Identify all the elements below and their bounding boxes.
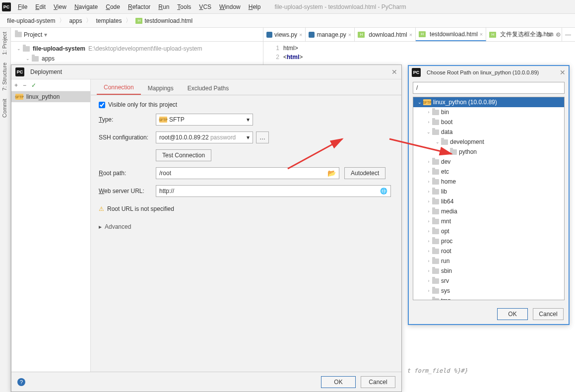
folder-icon — [23, 46, 30, 52]
server-list-panel: + − ✓ SFTP linux_python — [11, 79, 91, 372]
type-label: Type: — [99, 116, 156, 123]
tree-item[interactable]: ›media — [413, 206, 564, 216]
dropdown-icon: ▾ — [247, 116, 250, 123]
tree-item[interactable]: ›root — [413, 246, 564, 256]
tree-item[interactable]: ›dev — [413, 157, 564, 167]
window-title: file-upload-system - testdownload.html -… — [274, 3, 406, 10]
breadcrumb-item[interactable]: Htestdownload.html — [132, 16, 195, 25]
breadcrumb-item[interactable]: apps — [66, 16, 85, 25]
menu-tools[interactable]: Tools — [173, 1, 195, 12]
ok-button[interactable]: OK — [497, 308, 528, 320]
close-icon[interactable]: × — [348, 32, 351, 38]
tree-item[interactable]: ›proc — [413, 236, 564, 246]
tree-item[interactable]: ›bin — [413, 107, 564, 117]
close-icon[interactable]: × — [299, 32, 302, 38]
menu-refactor[interactable]: Refactor — [124, 1, 154, 12]
tree-item[interactable]: ⌄development — [413, 137, 564, 147]
expand-icon[interactable]: ⌄ — [26, 56, 32, 61]
warning-text: Root URL is not specified — [107, 205, 174, 212]
globe-icon[interactable]: 🌐 — [380, 188, 387, 195]
server-name: linux_python — [26, 93, 60, 100]
tool-structure[interactable]: 7: Structure — [0, 59, 9, 95]
ok-button[interactable]: OK — [321, 376, 356, 388]
dialog-title: Choose Root Path on linux_python (10.0.0… — [427, 69, 539, 75]
close-icon[interactable]: × — [409, 32, 412, 38]
advanced-section[interactable]: ▸ Advanced — [99, 220, 393, 233]
tree-item[interactable]: ›lib — [413, 187, 564, 196]
remote-tree[interactable]: ⌄SFTPlinux_python (10.0.0.89)›bin›boot⌄d… — [413, 97, 565, 300]
tree-item[interactable]: python — [413, 147, 564, 157]
tree-item[interactable]: ›etc — [413, 167, 564, 177]
tab-excluded[interactable]: Excluded Paths — [181, 82, 236, 95]
help-icon[interactable]: ? — [17, 378, 25, 386]
tool-commit[interactable]: Commit — [0, 95, 9, 122]
warning-icon: ⚠ — [99, 205, 104, 212]
close-icon[interactable]: × — [556, 32, 559, 38]
tree-item[interactable]: ›lib64 — [413, 196, 564, 206]
menu-items: FileEditViewNavigateCodeRefactorRunTools… — [14, 1, 264, 12]
editor-tab[interactable]: H文件复选框全选.htm× — [486, 28, 562, 41]
project-root[interactable]: file-upload-system — [33, 45, 85, 52]
ssh-config-select[interactable]: root@10.0.0.89:22 password ▾ — [156, 131, 253, 143]
breadcrumb-item[interactable]: templates — [93, 16, 125, 25]
tool-project[interactable]: 1: Project — [0, 28, 9, 59]
type-select[interactable]: SFTPSFTP ▾ — [156, 114, 253, 126]
tree-root[interactable]: ⌄SFTPlinux_python (10.0.0.89) — [413, 97, 564, 107]
tree-item[interactable]: ›tmp — [413, 296, 564, 300]
code-area[interactable]: 12 html><html> — [263, 42, 575, 64]
visible-only-checkbox[interactable] — [99, 102, 105, 108]
remove-icon[interactable]: − — [23, 82, 26, 89]
editor-tab[interactable]: manage.py× — [306, 28, 355, 41]
tree-item[interactable]: ›home — [413, 177, 564, 187]
menu-run[interactable]: Run — [154, 1, 173, 12]
expand-icon[interactable]: ⌄ — [17, 46, 23, 51]
menu-bar: PC FileEditViewNavigateCodeRefactorRunTo… — [0, 0, 575, 14]
menu-window[interactable]: Window — [215, 1, 245, 12]
visible-only-label: Visible only for this project — [108, 101, 177, 108]
menu-file[interactable]: File — [14, 1, 31, 12]
choose-root-dialog: PC Choose Root Path on linux_python (10.… — [408, 65, 570, 325]
menu-view[interactable]: View — [50, 1, 70, 12]
add-icon[interactable]: + — [14, 82, 18, 89]
breadcrumb-item[interactable]: file-upload-system — [4, 16, 58, 25]
tree-item[interactable]: ›run — [413, 256, 564, 266]
tab-connection[interactable]: Connection — [97, 81, 141, 95]
dropdown-icon[interactable]: ▾ — [44, 31, 47, 38]
deployment-dialog: PC Deployment ✕ + − ✓ SFTP linux_python … — [11, 65, 402, 392]
cancel-button[interactable]: Cancel — [533, 308, 564, 320]
check-icon[interactable]: ✓ — [31, 82, 36, 89]
tree-item[interactable]: ›opt — [413, 226, 564, 236]
web-url-label: Web server URL: — [99, 188, 156, 195]
tree-item[interactable]: apps — [42, 55, 55, 62]
web-url-input[interactable]: http:// 🌐 — [156, 185, 391, 197]
server-item[interactable]: SFTP linux_python — [11, 91, 90, 102]
menu-edit[interactable]: Edit — [31, 1, 50, 12]
close-icon[interactable]: × — [480, 31, 483, 37]
code-snippet: t form_field %}#} — [407, 367, 468, 374]
close-icon[interactable]: ✕ — [391, 68, 397, 76]
close-icon[interactable]: ✕ — [560, 68, 566, 76]
project-label[interactable]: Project — [24, 31, 42, 38]
project-root-path: E:\desktop\development\file-upload-syste… — [88, 45, 202, 52]
tree-item[interactable]: ›mnt — [413, 216, 564, 226]
autodetect-button[interactable]: Autodetect — [344, 167, 385, 179]
menu-vcs[interactable]: VCS — [195, 1, 215, 12]
editor-tab[interactable]: views.py× — [263, 28, 306, 41]
tree-item[interactable]: ›srv — [413, 276, 564, 286]
cancel-button[interactable]: Cancel — [361, 376, 395, 388]
editor-tab[interactable]: Htestdownload.html× — [416, 28, 486, 41]
menu-help[interactable]: Help — [245, 1, 265, 12]
tree-item[interactable]: ›sbin — [413, 266, 564, 276]
editor-tab[interactable]: Hdownload.html× — [355, 28, 416, 41]
menu-navigate[interactable]: Navigate — [70, 1, 102, 12]
menu-code[interactable]: Code — [102, 1, 124, 12]
folder-open-icon[interactable]: 📂 — [327, 169, 336, 177]
tab-mappings[interactable]: Mappings — [141, 82, 181, 95]
tree-item[interactable]: ›sys — [413, 286, 564, 296]
tree-item[interactable]: ⌄data — [413, 127, 564, 137]
test-connection-button[interactable]: Test Connection — [156, 149, 211, 161]
tree-item[interactable]: ›boot — [413, 117, 564, 127]
ssh-more-button[interactable]: … — [256, 131, 269, 143]
root-path-input[interactable]: /root 📂 — [156, 167, 339, 179]
path-input[interactable]: / — [413, 82, 565, 94]
